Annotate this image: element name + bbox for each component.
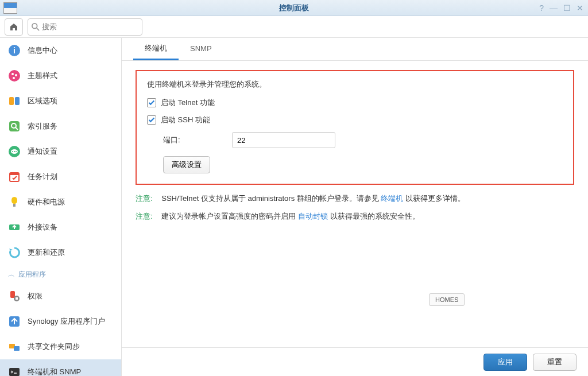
sidebar-item-sync[interactable]: 共享文件夹同步 — [0, 334, 121, 359]
window-title: 控制面板 — [279, 3, 309, 13]
sidebar-item-label: 信息中心 — [28, 45, 57, 56]
sidebar-item-task[interactable]: 任务计划 — [0, 164, 121, 189]
svg-rect-28 — [9, 368, 20, 376]
minimize-icon[interactable]: — — [550, 3, 558, 13]
sidebar-item-portal[interactable]: Synology 应用程序门户 — [0, 309, 121, 334]
highlight-box: 使用终端机来登录并管理您的系统。 启动 Telnet 功能 启动 SSH 功能 … — [136, 70, 574, 185]
svg-point-6 — [15, 74, 17, 76]
svg-rect-19 — [10, 173, 19, 175]
sidebar-item-label: Synology 应用程序门户 — [28, 316, 105, 327]
help-icon[interactable]: ? — [539, 3, 544, 13]
tab-label: SNMP — [190, 44, 212, 53]
sidebar-item-index[interactable]: 索引服务 — [0, 114, 121, 139]
telnet-checkbox-row: 启动 Telnet 功能 — [147, 98, 563, 108]
svg-point-0 — [32, 23, 37, 28]
svg-text:i: i — [13, 46, 16, 55]
svg-point-7 — [13, 77, 15, 79]
portal-icon — [8, 315, 21, 328]
titlebar: 控制面板 ? — ☐ ✕ — [0, 0, 588, 16]
sidebar-item-label: 主题样式 — [28, 71, 57, 81]
svg-rect-10 — [9, 121, 20, 131]
sidebar-item-label: 终端机和 SNMP — [28, 367, 81, 376]
tab-snmp[interactable]: SNMP — [179, 38, 223, 60]
terminal-link[interactable]: 终端机 — [381, 194, 403, 203]
search-icon — [32, 23, 40, 31]
autoblock-link[interactable]: 自动封锁 — [298, 212, 328, 220]
sidebar-item-label: 外接设备 — [28, 222, 57, 232]
maximize-icon[interactable]: ☐ — [563, 3, 571, 13]
sidebar-item-hardware[interactable]: 硬件和电源 — [0, 189, 121, 215]
sidebar-item-update[interactable]: 更新和还原 — [0, 240, 121, 265]
home-button[interactable] — [5, 18, 23, 36]
content: 终端机 SNMP 使用终端机来登录并管理您的系统。 启动 Telnet 功能 启… — [122, 38, 588, 376]
port-input[interactable] — [232, 132, 335, 148]
window-controls: ? — ☐ ✕ — [539, 3, 583, 13]
svg-point-4 — [9, 70, 20, 82]
svg-rect-24 — [16, 297, 18, 300]
sidebar-item-notify[interactable]: 通知设置 — [0, 139, 121, 164]
telnet-label: 启动 Telnet 功能 — [161, 98, 215, 108]
svg-rect-27 — [14, 346, 20, 351]
note-label: 注意: — [136, 194, 153, 203]
sidebar-item-theme[interactable]: 主题样式 — [0, 63, 121, 88]
sidebar: i 信息中心 主题样式 区域选项 索引服务 通知设置 任务计划 硬件和电源 — [0, 38, 122, 376]
chevron-up-icon: ︿ — [8, 270, 15, 280]
svg-rect-22 — [10, 291, 15, 298]
terminal-icon — [8, 366, 21, 376]
svg-point-15 — [12, 151, 13, 152]
svg-point-17 — [16, 151, 17, 152]
search-input[interactable] — [42, 22, 138, 31]
sidebar-item-label: 共享文件夹同步 — [28, 342, 80, 352]
main: i 信息中心 主题样式 区域选项 索引服务 通知设置 任务计划 硬件和电源 — [0, 38, 588, 376]
svg-rect-9 — [15, 97, 20, 105]
telnet-checkbox[interactable] — [147, 98, 156, 107]
sync-icon — [8, 340, 21, 353]
toolbar — [0, 16, 588, 38]
theme-icon — [8, 69, 21, 82]
tab-terminal[interactable]: 终端机 — [133, 38, 179, 60]
ssh-checkbox[interactable] — [147, 115, 156, 125]
sidebar-item-label: 权限 — [28, 291, 42, 301]
external-icon — [8, 221, 21, 234]
port-label: 端口: — [163, 135, 220, 145]
ssh-checkbox-row: 启动 SSH 功能 — [147, 115, 563, 125]
tabs: 终端机 SNMP — [122, 38, 588, 61]
task-icon — [8, 170, 21, 183]
sidebar-item-region[interactable]: 区域选项 — [0, 88, 121, 114]
notify-icon — [8, 145, 21, 158]
apply-button[interactable]: 应用 — [483, 354, 527, 371]
search-box[interactable] — [28, 18, 142, 36]
sidebar-section-apps[interactable]: ︿ 应用程序 — [0, 265, 121, 284]
close-icon[interactable]: ✕ — [577, 3, 583, 13]
index-icon — [8, 120, 21, 133]
advanced-settings-button[interactable]: 高级设置 — [163, 156, 210, 173]
sidebar-item-info[interactable]: i 信息中心 — [0, 38, 121, 63]
sidebar-item-label: 区域选项 — [28, 96, 57, 106]
home-icon — [9, 22, 18, 32]
sidebar-item-label: 任务计划 — [28, 172, 57, 182]
footer: 应用 重置 — [122, 347, 588, 376]
reset-button[interactable]: 重置 — [533, 354, 577, 371]
sidebar-item-label: 索引服务 — [28, 121, 57, 131]
region-icon — [8, 95, 21, 107]
svg-point-5 — [11, 73, 14, 75]
info-icon: i — [8, 44, 21, 57]
note-2: 注意: 建议为登录帐户设置高强度的密码并启用 自动封锁 以获得最强的系统安全性。 — [136, 211, 574, 223]
homes-badge: HOMES — [429, 293, 465, 306]
sidebar-item-label: 更新和还原 — [28, 247, 65, 258]
sidebar-section-label: 应用程序 — [18, 270, 46, 280]
sidebar-item-terminal[interactable]: 终端机和 SNMP — [0, 359, 121, 376]
tab-label: 终端机 — [145, 43, 167, 53]
note-1: 注意: SSH/Telnet 仅支持从属于 administrators 群组的… — [136, 193, 574, 205]
note-text: 建议为登录帐户设置高强度的密码并启用 — [161, 212, 298, 220]
svg-point-16 — [14, 151, 15, 152]
svg-rect-8 — [9, 97, 14, 105]
svg-line-1 — [37, 28, 39, 30]
content-body: 使用终端机来登录并管理您的系统。 启动 Telnet 功能 启动 SSH 功能 … — [122, 61, 588, 347]
sidebar-item-label: 通知设置 — [28, 146, 57, 157]
hardware-icon — [8, 196, 21, 208]
svg-rect-20 — [13, 204, 16, 207]
app-icon — [3, 2, 17, 14]
sidebar-item-external[interactable]: 外接设备 — [0, 215, 121, 240]
sidebar-item-perm[interactable]: 权限 — [0, 284, 121, 309]
